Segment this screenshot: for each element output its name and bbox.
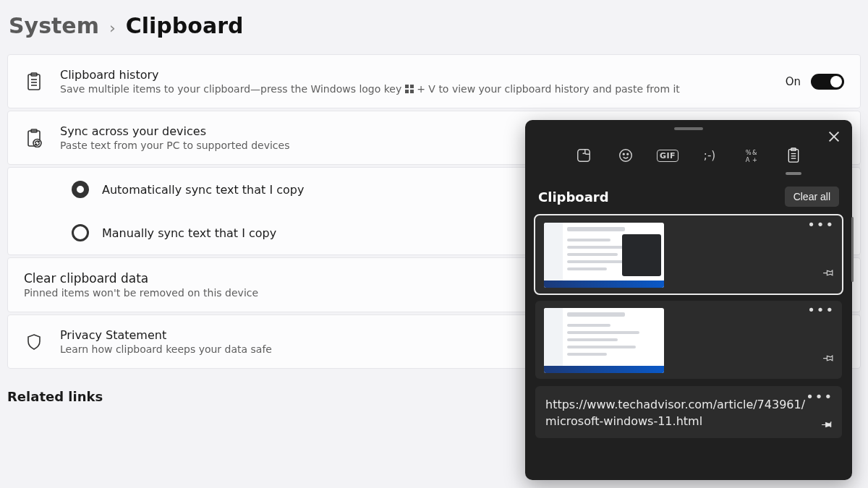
clipboard-item[interactable]: https://www.techadvisor.com/article/7439… xyxy=(535,386,842,438)
svg-point-10 xyxy=(623,153,624,155)
tab-kaomoji[interactable]: ;-) xyxy=(700,146,719,165)
clipboard-sync-icon xyxy=(24,129,44,147)
radio-label: Automatically sync text that I copy xyxy=(102,183,304,197)
clipboard-list-icon xyxy=(24,72,44,91)
tab-clipboard[interactable] xyxy=(784,146,803,165)
clipboard-text: https://www.techadvisor.com/article/7439… xyxy=(545,396,810,429)
chevron-right-icon: › xyxy=(109,19,116,37)
drag-handle[interactable] xyxy=(674,127,703,130)
setting-description: Save multiple items to your clipboard—pr… xyxy=(60,83,770,95)
svg-text:+: + xyxy=(752,156,757,163)
clipboard-popup: GIF ;-) % & A + Clipboard Clear all xyxy=(525,120,852,480)
svg-point-7 xyxy=(33,139,41,147)
tab-emoji[interactable] xyxy=(616,146,635,165)
more-icon[interactable]: ••• xyxy=(807,221,835,228)
clipboard-item-list: ••• ••• https://www.techadvisor.com/arti… xyxy=(525,215,852,438)
popup-title: Clipboard xyxy=(538,189,609,205)
setting-clipboard-history: Clipboard history Save multiple items to… xyxy=(7,54,861,108)
pin-icon[interactable] xyxy=(822,351,835,364)
setting-title: Clipboard history xyxy=(60,68,770,82)
popup-tabs: GIF ;-) % & A + xyxy=(525,146,852,165)
pin-icon[interactable] xyxy=(822,266,835,279)
svg-rect-8 xyxy=(578,150,590,162)
page-title: Clipboard xyxy=(126,13,244,38)
windows-key-icon xyxy=(405,85,414,93)
clipboard-thumbnail xyxy=(544,308,664,373)
breadcrumb-parent[interactable]: System xyxy=(9,13,99,38)
clipboard-item[interactable]: ••• xyxy=(535,301,842,379)
tab-sticker[interactable] xyxy=(574,146,593,165)
clear-all-button[interactable]: Clear all xyxy=(785,187,839,207)
tab-symbols[interactable]: % & A + xyxy=(742,146,761,165)
radio-label: Manually sync text that I copy xyxy=(102,226,276,240)
radio-icon xyxy=(72,224,89,241)
pin-icon[interactable] xyxy=(820,418,833,431)
shield-icon xyxy=(24,333,44,351)
svg-point-11 xyxy=(627,153,629,155)
more-icon[interactable]: ••• xyxy=(807,307,835,314)
tab-gif[interactable]: GIF xyxy=(658,146,677,165)
svg-text:&: & xyxy=(752,149,757,156)
radio-icon xyxy=(72,181,89,198)
breadcrumb: System › Clipboard xyxy=(0,0,868,54)
svg-point-9 xyxy=(620,150,632,162)
toggle-state-label: On xyxy=(786,75,801,88)
clipboard-history-toggle[interactable] xyxy=(811,74,844,90)
scrollbar[interactable] xyxy=(851,217,854,282)
clipboard-item[interactable]: ••• xyxy=(535,215,842,294)
more-icon[interactable]: ••• xyxy=(806,393,833,401)
close-icon[interactable] xyxy=(826,129,842,145)
clipboard-thumbnail xyxy=(544,223,664,288)
svg-text:A: A xyxy=(746,156,750,163)
svg-text:%: % xyxy=(746,149,752,156)
